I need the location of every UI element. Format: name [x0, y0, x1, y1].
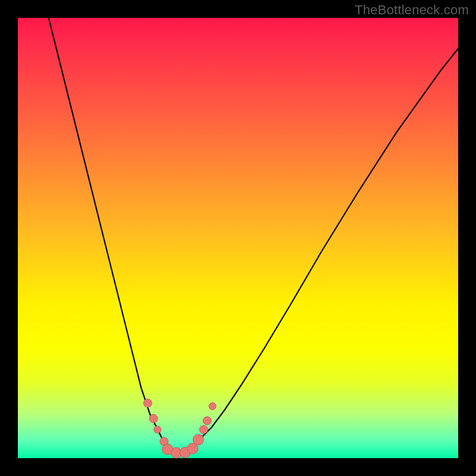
curve-layer: [18, 18, 458, 458]
chart-frame: TheBottleneck.com: [0, 0, 476, 476]
bottleneck-curve-left: [49, 18, 177, 454]
marker-dot: [209, 403, 216, 410]
marker-dot: [154, 426, 161, 433]
plot-area: [18, 18, 458, 458]
marker-dot: [143, 399, 152, 408]
marker-dot: [193, 434, 203, 445]
marker-group: [143, 399, 216, 459]
bottleneck-curve-right: [176, 49, 458, 454]
marker-dot: [199, 425, 208, 434]
marker-dot: [149, 414, 158, 422]
marker-dot: [203, 416, 211, 425]
watermark-text: TheBottleneck.com: [355, 2, 469, 18]
